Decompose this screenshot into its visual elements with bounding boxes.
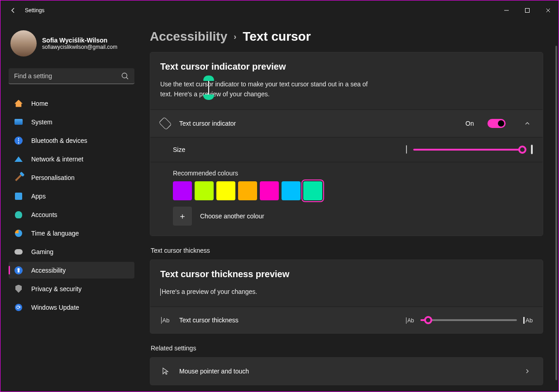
colour-swatch[interactable]: [282, 181, 301, 200]
clock-icon: [14, 229, 23, 238]
brush-icon: [14, 173, 23, 182]
monitor-icon: [14, 118, 23, 127]
related-title: Related settings: [151, 345, 543, 352]
user-icon: [14, 210, 23, 219]
shield-icon: [14, 284, 23, 293]
avatar: [10, 30, 37, 57]
colour-swatch[interactable]: [195, 181, 214, 200]
colour-swatch[interactable]: [238, 181, 257, 200]
scrollbar[interactable]: [555, 46, 557, 380]
thickness-icon: Ab: [160, 315, 170, 325]
thickness-preview-title: Text cursor thickness preview: [160, 269, 533, 279]
thickness-label: Text cursor thickness: [179, 316, 397, 324]
thickness-min-icon: Ab: [406, 316, 414, 324]
cursor-indicator-icon: [160, 118, 170, 128]
pointer-icon: [160, 366, 170, 376]
nav-item-apps[interactable]: Apps: [9, 188, 134, 204]
nav-label: Accessibility: [31, 267, 66, 274]
nav-item-system[interactable]: System: [9, 113, 134, 130]
user-profile[interactable]: Sofia Wyciślik-Wilson sofiawycislikwilso…: [9, 28, 134, 58]
colour-swatch[interactable]: [216, 181, 235, 200]
chevron-right-icon: [522, 366, 533, 377]
size-row: Size: [150, 137, 543, 162]
nav-label: Accounts: [31, 211, 57, 218]
user-name: Sofia Wyciślik-Wilson: [42, 37, 117, 44]
size-max-icon: [531, 146, 533, 154]
colour-swatch[interactable]: [303, 181, 322, 200]
thickness-preview-card: Text cursor thickness preview Here's a p…: [150, 260, 543, 307]
breadcrumb-current: Text cursor: [243, 29, 311, 44]
search-box[interactable]: [9, 68, 134, 84]
nav-item-personalisation[interactable]: Personalisation: [9, 169, 134, 186]
size-min-icon: [406, 146, 407, 154]
main-content: Accessibility › Text cursor Text cursor …: [150, 29, 546, 392]
indicator-toggle-row[interactable]: Text cursor indicator On: [150, 110, 543, 137]
thickness-section-title: Text cursor thickness: [151, 247, 543, 254]
close-button[interactable]: [538, 4, 559, 17]
search-icon: [121, 72, 129, 80]
svg-line-3: [126, 77, 128, 79]
nav-item-time-language[interactable]: Time & language: [9, 225, 134, 241]
thickness-max-icon: Ab: [523, 316, 533, 324]
indicator-label: Text cursor indicator: [179, 120, 456, 127]
indicator-preview-card: Text cursor indicator preview Use the te…: [150, 52, 543, 109]
colours-label: Recommended colours: [173, 170, 533, 177]
svg-point-2: [122, 73, 127, 78]
colours-block: Recommended colours ＋ Choose another col…: [150, 162, 543, 236]
indicator-state-text: On: [465, 120, 474, 127]
nav-label: Windows Update: [31, 304, 79, 311]
nav-label: Privacy & security: [31, 285, 81, 293]
bluetooth-icon: ⋮: [14, 136, 23, 145]
colour-swatches: [173, 181, 533, 200]
game-icon: [14, 247, 23, 256]
breadcrumb: Accessibility › Text cursor: [150, 29, 543, 44]
indicator-toggle[interactable]: [487, 119, 506, 128]
access-icon: [14, 266, 23, 275]
nav-label: Gaming: [31, 248, 53, 255]
related-item-label: Mouse pointer and touch: [179, 368, 506, 375]
chevron-right-icon: ›: [234, 32, 236, 42]
size-label: Size: [173, 146, 397, 153]
back-button[interactable]: [9, 6, 18, 15]
indicator-preview-body: Use the text cursor indicator to make yo…: [160, 79, 368, 99]
nav-label: Network & internet: [31, 156, 83, 163]
user-email: sofiawycislikwilson@gmail.com: [42, 44, 117, 50]
nav-label: Apps: [31, 193, 46, 200]
choose-another-colour[interactable]: ＋ Choose another colour: [173, 207, 533, 226]
search-input[interactable]: [9, 68, 134, 84]
thickness-slider[interactable]: [420, 319, 517, 321]
window-title: Settings: [25, 7, 44, 14]
indicator-preview-title: Text cursor indicator preview: [160, 61, 533, 72]
nav-label: Bluetooth & devices: [31, 137, 87, 144]
nav-item-privacy-security[interactable]: Privacy & security: [9, 280, 134, 297]
choose-another-label: Choose another colour: [200, 213, 264, 220]
colour-swatch[interactable]: [260, 181, 279, 200]
nav-item-accessibility[interactable]: Accessibility: [9, 262, 134, 279]
nav-list: HomeSystem⋮Bluetooth & devicesNetwork & …: [9, 95, 134, 316]
collapse-button[interactable]: [522, 118, 533, 129]
home-icon: [14, 99, 23, 108]
sidebar: Sofia Wyciślik-Wilson sofiawycislikwilso…: [0, 20, 141, 392]
thickness-preview-body: Here's a preview of your changes.: [160, 287, 368, 297]
nav-item-home[interactable]: Home: [9, 95, 134, 112]
apps-icon: [14, 192, 23, 201]
nav-item-accounts[interactable]: Accounts: [9, 206, 134, 223]
minimize-button[interactable]: [496, 4, 517, 17]
thickness-row: Ab Text cursor thickness Ab Ab: [150, 307, 543, 333]
nav-label: Personalisation: [31, 174, 75, 181]
titlebar: Settings: [0, 0, 559, 20]
nav-item-gaming[interactable]: Gaming: [9, 243, 134, 260]
nav-item-network-internet[interactable]: Network & internet: [9, 151, 134, 167]
nav-label: Home: [31, 100, 48, 107]
wifi-icon: [14, 155, 23, 164]
breadcrumb-parent[interactable]: Accessibility: [150, 29, 227, 44]
nav-label: Time & language: [31, 230, 79, 237]
colour-swatch[interactable]: [173, 181, 192, 200]
size-slider[interactable]: [413, 149, 525, 151]
sync-icon: [14, 303, 23, 312]
related-mouse-pointer[interactable]: Mouse pointer and touch: [150, 358, 543, 385]
maximize-button[interactable]: [517, 4, 538, 17]
nav-item-bluetooth-devices[interactable]: ⋮Bluetooth & devices: [9, 132, 134, 149]
svg-rect-1: [526, 9, 530, 13]
nav-item-windows-update[interactable]: Windows Update: [9, 299, 134, 316]
